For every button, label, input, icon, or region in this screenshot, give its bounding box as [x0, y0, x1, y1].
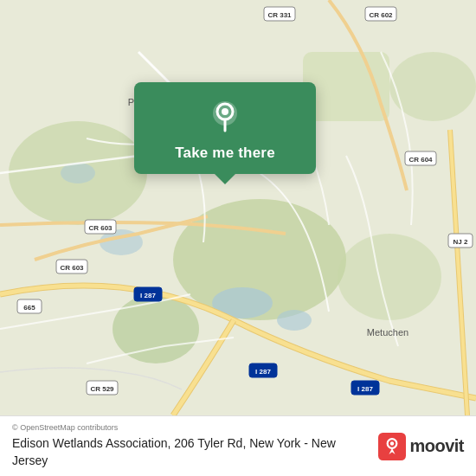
location-pin-icon [206, 98, 244, 136]
svg-point-8 [277, 310, 312, 331]
map-svg: CR 331 CR 602 CR 604 CR 603 CR 603 I 287… [0, 0, 476, 415]
svg-text:CR 603: CR 603 [88, 224, 113, 232]
svg-rect-39 [378, 433, 406, 460]
map-popup[interactable]: Take me there [134, 82, 316, 174]
take-me-there-label: Take me there [175, 145, 275, 162]
map-area[interactable]: CR 331 CR 602 CR 604 CR 603 CR 603 I 287… [0, 0, 476, 415]
moovit-brand-name: moovit [409, 436, 464, 456]
svg-text:CR 603: CR 603 [60, 264, 84, 272]
svg-text:CR 602: CR 602 [369, 11, 393, 19]
svg-text:I 287: I 287 [140, 292, 156, 299]
osm-attribution: © OpenStreetMap contributors [12, 423, 370, 432]
svg-point-4 [113, 294, 199, 363]
svg-text:NJ 2: NJ 2 [453, 238, 468, 246]
svg-point-38 [222, 108, 228, 115]
svg-point-41 [390, 441, 394, 445]
bottom-bar-text: © OpenStreetMap contributors Edison Wetl… [12, 423, 370, 469]
location-name: Edison Wetlands Association, 206 Tyler R… [12, 435, 370, 469]
svg-text:Metuchen: Metuchen [367, 327, 408, 338]
moovit-logo: moovit [378, 433, 464, 460]
bottom-bar: © OpenStreetMap contributors Edison Wetl… [0, 415, 476, 476]
svg-text:I 287: I 287 [255, 368, 271, 376]
svg-text:CR 529: CR 529 [90, 385, 114, 393]
svg-text:I 287: I 287 [357, 385, 373, 393]
moovit-brand-icon [378, 433, 406, 460]
svg-point-3 [338, 234, 441, 320]
svg-text:CR 331: CR 331 [267, 11, 292, 19]
svg-text:CR 604: CR 604 [408, 156, 433, 164]
svg-text:665: 665 [23, 304, 35, 312]
